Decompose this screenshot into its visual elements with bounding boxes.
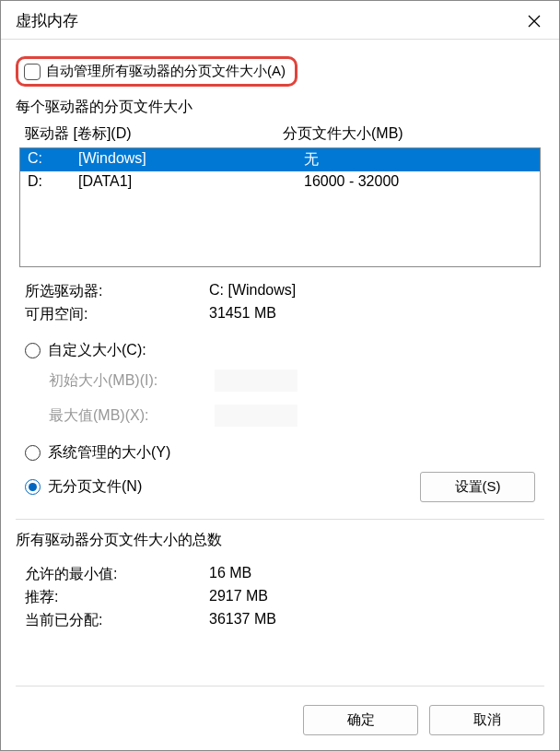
drive-row[interactable]: D: [DATA1] 16000 - 32000 [20,171,540,192]
maximum-size-row: 最大值(MB)(X): [16,401,544,430]
recommended-label: 推荐: [25,588,209,607]
radio-icon [25,479,41,495]
min-allowed-row: 允许的最小值: 16 MB [16,563,544,586]
available-space-row: 可用空间: 31451 MB [16,303,544,326]
selected-drive-value: C: [Windows] [209,282,535,301]
auto-manage-checkbox[interactable] [24,64,41,80]
per-drive-heading: 每个驱动器的分页文件大小 [16,98,544,117]
set-button[interactable]: 设置(S) [420,472,535,502]
col-size-label: 分页文件大小(MB) [283,124,535,144]
drive-volume-label: [Windows] [78,150,304,170]
currently-allocated-label: 当前已分配: [25,611,209,630]
initial-size-label: 初始大小(MB)(I): [49,371,215,391]
no-paging-option[interactable]: 无分页文件(N) [25,477,420,497]
custom-size-option[interactable]: 自定义大小(C): [16,335,544,366]
min-allowed-value: 16 MB [209,565,535,584]
cancel-button[interactable]: 取消 [429,705,544,735]
currently-allocated-value: 36137 MB [209,611,535,630]
drive-paging-size: 16000 - 32000 [304,173,532,190]
available-space-value: 31451 MB [209,305,535,324]
initial-size-row: 初始大小(MB)(I): [16,366,544,395]
min-allowed-label: 允许的最小值: [25,565,209,584]
auto-manage-highlight: 自动管理所有驱动器的分页文件大小(A) [16,56,298,87]
recommended-value: 2917 MB [209,588,535,607]
virtual-memory-dialog: 虚拟内存 自动管理所有驱动器的分页文件大小(A) 每个驱动器的分页文件大小 驱动… [0,0,560,751]
initial-size-input[interactable] [215,370,298,392]
ok-button[interactable]: 确定 [303,705,418,735]
drive-paging-size: 无 [304,150,532,170]
divider [16,519,544,520]
totals-heading: 所有驱动器分页文件大小的总数 [16,531,544,550]
maximum-size-label: 最大值(MB)(X): [49,406,215,426]
no-paging-row: 无分页文件(N) 设置(S) [16,468,544,506]
col-drive-label: 驱动器 [卷标](D) [25,124,283,144]
selected-drive-label: 所选驱动器: [25,282,209,301]
drive-list[interactable]: C: [Windows] 无 D: [DATA1] 16000 - 32000 [19,147,541,267]
auto-manage-label: 自动管理所有驱动器的分页文件大小(A) [46,63,286,80]
drive-letter: D: [28,173,78,190]
divider [16,686,544,686]
currently-allocated-row: 当前已分配: 36137 MB [16,609,544,632]
recommended-row: 推荐: 2917 MB [16,586,544,609]
radio-icon [25,445,41,461]
content-area: 自动管理所有驱动器的分页文件大小(A) 每个驱动器的分页文件大小 驱动器 [卷标… [1,40,559,696]
close-icon [528,15,541,28]
close-button[interactable] [524,11,544,31]
system-managed-option[interactable]: 系统管理的大小(Y) [16,438,544,468]
drive-row[interactable]: C: [Windows] 无 [20,148,540,171]
titlebar: 虚拟内存 [1,1,559,40]
system-managed-label: 系统管理的大小(Y) [48,443,170,463]
dialog-footer: 确定 取消 [1,696,559,750]
selected-drive-row: 所选驱动器: C: [Windows] [16,280,544,303]
drive-letter: C: [28,150,78,170]
window-title: 虚拟内存 [16,10,78,31]
maximum-size-input[interactable] [215,405,298,427]
available-space-label: 可用空间: [25,305,209,324]
drive-list-header: 驱动器 [卷标](D) 分页文件大小(MB) [16,124,544,147]
drive-volume-label: [DATA1] [78,173,304,190]
radio-icon [25,343,41,358]
custom-size-label: 自定义大小(C): [48,341,146,360]
no-paging-label: 无分页文件(N) [48,477,142,497]
